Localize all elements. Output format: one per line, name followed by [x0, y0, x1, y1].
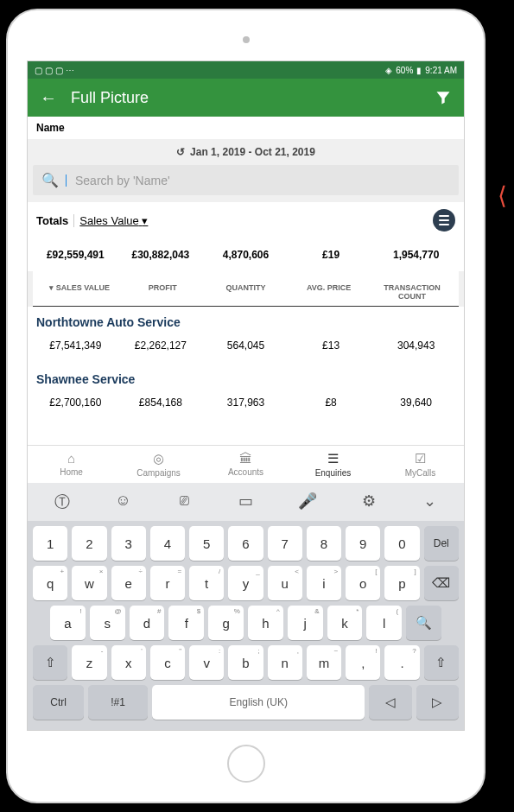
- battery-pct: 60%: [396, 66, 413, 75]
- key-m[interactable]: m~: [307, 645, 341, 680]
- key-w[interactable]: w×: [72, 566, 106, 600]
- more-icon: ⋯: [66, 66, 74, 75]
- col-profit[interactable]: PROFIT: [121, 283, 204, 301]
- key-9[interactable]: 9: [346, 526, 380, 561]
- key-r[interactable]: r=: [150, 566, 185, 600]
- options-button[interactable]: [433, 209, 455, 232]
- home-icon: ⌂: [28, 451, 115, 466]
- totals-values-row: £92,559,491 £30,882,043 4,870,606 £19 1,…: [28, 238, 464, 271]
- key-3[interactable]: 3: [111, 526, 146, 561]
- key-period[interactable]: .?: [384, 645, 419, 680]
- key-space[interactable]: English (UK): [152, 685, 365, 720]
- key-4[interactable]: 4: [150, 526, 185, 561]
- key-6[interactable]: 6: [228, 526, 263, 561]
- key-e[interactable]: e÷: [111, 566, 146, 600]
- keyboard-toolbar: Ⓣ ☺ ⎚ ▭ 🎤 ⚙ ⌄: [28, 483, 464, 521]
- row-values: £7,541,349 £2,262,127 564,045 £13 304,94…: [28, 333, 464, 364]
- key-row-3: a!s@d#f$g%h^j&k*l(🔍: [33, 606, 459, 640]
- key-arrow-left[interactable]: ◁: [369, 685, 411, 720]
- col-txn-count[interactable]: TRANSACTION COUNT: [371, 283, 454, 301]
- key-a[interactable]: a!: [50, 606, 86, 640]
- table-row[interactable]: Northtowne Auto Service £7,541,349 £2,26…: [28, 307, 464, 364]
- sticker-icon[interactable]: ⎚: [155, 492, 213, 512]
- key-backspace[interactable]: ⌫: [424, 566, 459, 600]
- key-k[interactable]: k*: [327, 606, 363, 640]
- key-1[interactable]: 1: [33, 526, 67, 561]
- key-v[interactable]: v:: [189, 645, 224, 680]
- key-i[interactable]: i>: [307, 566, 341, 600]
- gif-icon[interactable]: ▭: [217, 492, 275, 512]
- clock: 9:21 AM: [425, 66, 457, 75]
- key-Del[interactable]: Del: [424, 526, 459, 561]
- key-shift-left[interactable]: ⇧: [33, 645, 67, 680]
- campaigns-icon: ◎: [115, 451, 202, 466]
- col-sales-value[interactable]: ▾ SALES VALUE: [38, 283, 121, 301]
- total-sales-value: £92,559,491: [33, 249, 118, 261]
- settings-icon[interactable]: ⚙: [339, 492, 397, 512]
- screen: ▢ ▢ ▢ ⋯ ◈ 60% ▮ 9:21 AM ← Full Picture N…: [27, 60, 465, 731]
- key-8[interactable]: 8: [307, 526, 341, 561]
- tab-campaigns[interactable]: ◎Campaigns: [115, 451, 202, 478]
- bottom-tabbar: ⌂Home ◎Campaigns 🏛Accounts ☰Enquiries ☑M…: [28, 445, 464, 483]
- key-0[interactable]: 0: [384, 526, 419, 561]
- key-y[interactable]: y_: [228, 566, 263, 600]
- key-j[interactable]: j&: [288, 606, 323, 640]
- notif-icon: ▢: [35, 66, 42, 75]
- total-txn-count: 1,954,770: [373, 249, 459, 261]
- key-comma[interactable]: ,!: [346, 645, 380, 680]
- key-d[interactable]: d#: [130, 606, 165, 640]
- key-q[interactable]: q+: [33, 566, 67, 600]
- search-input[interactable]: 🔍 Search by 'Name': [33, 165, 459, 195]
- table-row[interactable]: Shawnee Service £2,700,160 £854,168 317,…: [28, 364, 464, 421]
- key-search[interactable]: 🔍: [406, 606, 441, 640]
- key-o[interactable]: o[: [346, 566, 380, 600]
- key-c[interactable]: c": [150, 645, 185, 680]
- tab-accounts[interactable]: 🏛Accounts: [202, 451, 289, 478]
- key-symbols[interactable]: !#1: [88, 685, 148, 720]
- key-l[interactable]: l(: [366, 606, 402, 640]
- notif-icon: ▢: [45, 66, 53, 75]
- key-ctrl[interactable]: Ctrl: [33, 685, 84, 720]
- key-u[interactable]: u<: [268, 566, 302, 600]
- date-range-text: Jan 1, 2019 - Oct 21, 2019: [190, 146, 315, 158]
- key-p[interactable]: p]: [384, 566, 419, 600]
- tab-home[interactable]: ⌂Home: [28, 451, 115, 478]
- text-input-mode-icon[interactable]: Ⓣ: [33, 492, 91, 512]
- collapse-keyboard-icon[interactable]: ⌄: [401, 492, 459, 512]
- emoji-icon[interactable]: ☺: [94, 492, 152, 512]
- back-button[interactable]: ←: [40, 88, 57, 108]
- key-shift-right[interactable]: ⇧: [424, 645, 459, 680]
- key-f[interactable]: f$: [168, 606, 204, 640]
- mycalls-icon: ☑: [377, 451, 464, 466]
- key-n[interactable]: n,: [268, 645, 302, 680]
- status-right: ◈ 60% ▮ 9:21 AM: [385, 66, 457, 75]
- android-statusbar: ▢ ▢ ▢ ⋯ ◈ 60% ▮ 9:21 AM: [28, 61, 464, 79]
- totals-metric-dropdown[interactable]: Sales Value ▾: [79, 214, 148, 227]
- key-z[interactable]: z-: [72, 645, 106, 680]
- filter-icon[interactable]: [435, 89, 452, 106]
- total-quantity: 4,870,606: [203, 249, 289, 261]
- key-b[interactable]: b;: [228, 645, 263, 680]
- key-h[interactable]: h^: [248, 606, 283, 640]
- mic-icon[interactable]: 🎤: [278, 492, 336, 512]
- name-bar[interactable]: Name: [28, 117, 464, 139]
- tab-mycalls[interactable]: ☑MyCalls: [377, 451, 464, 478]
- date-range-row[interactable]: ↺ Jan 1, 2019 - Oct 21, 2019: [28, 139, 464, 165]
- col-quantity[interactable]: QUANTITY: [204, 283, 287, 301]
- key-s[interactable]: s@: [90, 606, 125, 640]
- row-name: Northtowne Auto Service: [28, 307, 464, 333]
- key-x[interactable]: x': [111, 645, 146, 680]
- key-arrow-right[interactable]: ▷: [416, 685, 459, 720]
- home-button[interactable]: [227, 745, 265, 783]
- col-avg-price[interactable]: AVG. PRICE: [288, 283, 371, 301]
- accounts-icon: 🏛: [202, 451, 289, 466]
- key-t[interactable]: t/: [189, 566, 224, 600]
- key-5[interactable]: 5: [189, 526, 224, 561]
- key-g[interactable]: g%: [208, 606, 244, 640]
- tab-enquiries[interactable]: ☰Enquiries: [289, 451, 377, 478]
- key-7[interactable]: 7: [268, 526, 302, 561]
- wifi-icon: ◈: [385, 66, 392, 75]
- totals-header: Totals Sales Value ▾: [28, 202, 464, 238]
- annotation-chevron-left-icon: ⟨: [498, 181, 507, 210]
- key-2[interactable]: 2: [72, 526, 106, 561]
